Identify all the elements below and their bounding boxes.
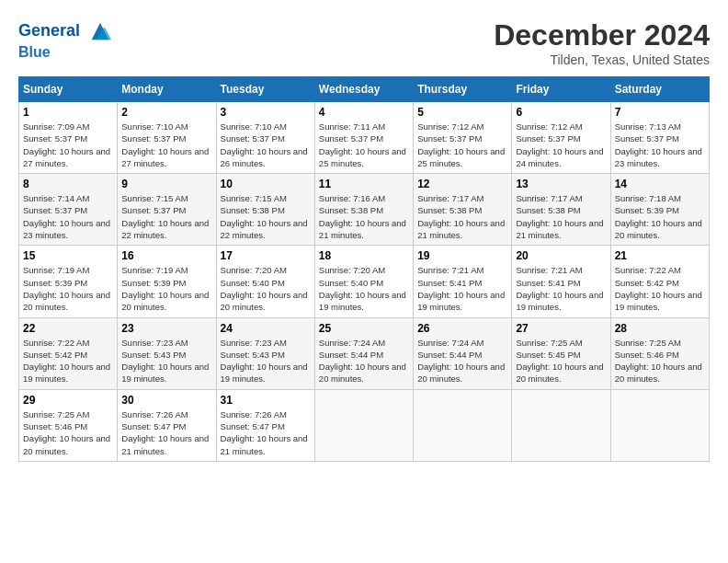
calendar-cell [414, 389, 512, 461]
day-number: 13 [516, 178, 606, 190]
logo-blue: Blue [18, 44, 113, 61]
calendar-cell [314, 389, 413, 461]
day-info: Sunrise: 7:14 AMSunset: 5:37 PMDaylight:… [23, 192, 113, 241]
header: General Blue December 2024 Tilden, Texas… [18, 18, 710, 67]
day-number: 24 [221, 322, 311, 335]
calendar-week-1: 1Sunrise: 7:09 AMSunset: 5:37 PMDaylight… [19, 102, 710, 174]
day-info: Sunrise: 7:25 AMSunset: 5:46 PMDaylight:… [615, 337, 705, 385]
day-info: Sunrise: 7:17 AMSunset: 5:38 PMDaylight:… [516, 192, 606, 241]
day-number: 26 [417, 322, 507, 335]
day-info: Sunrise: 7:10 AMSunset: 5:37 PMDaylight:… [221, 121, 311, 169]
calendar-cell: 30Sunrise: 7:26 AMSunset: 5:47 PMDayligh… [118, 389, 216, 461]
day-info: Sunrise: 7:21 AMSunset: 5:41 PMDaylight:… [516, 264, 606, 313]
title-area: December 2024 Tilden, Texas, United Stat… [494, 18, 710, 67]
calendar: SundayMondayTuesdayWednesdayThursdayFrid… [18, 76, 710, 462]
calendar-cell: 25Sunrise: 7:24 AMSunset: 5:44 PMDayligh… [314, 317, 413, 389]
day-number: 11 [319, 178, 409, 190]
day-number: 12 [417, 178, 507, 190]
calendar-cell: 12Sunrise: 7:17 AMSunset: 5:38 PMDayligh… [414, 174, 512, 246]
day-number: 2 [121, 106, 211, 119]
calendar-week-3: 15Sunrise: 7:19 AMSunset: 5:39 PMDayligh… [19, 246, 710, 317]
day-number: 18 [319, 249, 409, 262]
day-number: 5 [417, 106, 507, 119]
calendar-cell: 13Sunrise: 7:17 AMSunset: 5:38 PMDayligh… [512, 174, 610, 246]
day-number: 8 [23, 178, 113, 190]
calendar-cell: 7Sunrise: 7:13 AMSunset: 5:37 PMDaylight… [610, 102, 709, 174]
weekday-header-friday: Friday [512, 77, 610, 102]
calendar-cell: 27Sunrise: 7:25 AMSunset: 5:45 PMDayligh… [512, 317, 610, 389]
day-info: Sunrise: 7:25 AMSunset: 5:45 PMDaylight:… [516, 337, 606, 385]
calendar-cell: 9Sunrise: 7:15 AMSunset: 5:37 PMDaylight… [118, 174, 216, 246]
day-info: Sunrise: 7:20 AMSunset: 5:40 PMDaylight:… [221, 264, 311, 313]
day-info: Sunrise: 7:10 AMSunset: 5:37 PMDaylight:… [121, 121, 211, 169]
day-info: Sunrise: 7:19 AMSunset: 5:39 PMDaylight:… [23, 264, 113, 313]
logo: General Blue [18, 18, 113, 61]
calendar-cell: 16Sunrise: 7:19 AMSunset: 5:39 PMDayligh… [118, 246, 216, 317]
day-number: 4 [319, 106, 409, 119]
day-info: Sunrise: 7:15 AMSunset: 5:38 PMDaylight:… [221, 192, 311, 241]
day-info: Sunrise: 7:23 AMSunset: 5:43 PMDaylight:… [221, 337, 311, 385]
day-number: 3 [221, 106, 311, 119]
day-number: 7 [615, 106, 705, 119]
day-info: Sunrise: 7:23 AMSunset: 5:43 PMDaylight:… [121, 337, 211, 385]
calendar-cell: 23Sunrise: 7:23 AMSunset: 5:43 PMDayligh… [118, 317, 216, 389]
location-title: Tilden, Texas, United States [494, 52, 710, 67]
day-info: Sunrise: 7:24 AMSunset: 5:44 PMDaylight:… [417, 337, 507, 385]
day-info: Sunrise: 7:20 AMSunset: 5:40 PMDaylight:… [319, 264, 409, 313]
day-number: 15 [23, 249, 113, 262]
day-number: 27 [516, 322, 606, 335]
day-info: Sunrise: 7:21 AMSunset: 5:41 PMDaylight:… [417, 264, 507, 313]
calendar-cell: 21Sunrise: 7:22 AMSunset: 5:42 PMDayligh… [610, 246, 709, 317]
day-info: Sunrise: 7:19 AMSunset: 5:39 PMDaylight:… [121, 264, 211, 313]
day-number: 31 [221, 394, 311, 407]
calendar-cell [512, 389, 610, 461]
day-number: 25 [319, 322, 409, 335]
weekday-header-sunday: Sunday [19, 77, 118, 102]
calendar-cell: 22Sunrise: 7:22 AMSunset: 5:42 PMDayligh… [19, 317, 118, 389]
day-number: 21 [615, 249, 705, 262]
weekday-header-tuesday: Tuesday [216, 77, 314, 102]
calendar-cell: 2Sunrise: 7:10 AMSunset: 5:37 PMDaylight… [118, 102, 216, 174]
day-number: 14 [615, 178, 705, 190]
day-number: 19 [417, 249, 507, 262]
day-info: Sunrise: 7:26 AMSunset: 5:47 PMDaylight:… [121, 408, 211, 457]
weekday-header-monday: Monday [118, 77, 216, 102]
calendar-header-row: SundayMondayTuesdayWednesdayThursdayFrid… [19, 77, 710, 102]
calendar-cell: 20Sunrise: 7:21 AMSunset: 5:41 PMDayligh… [512, 246, 610, 317]
calendar-cell: 31Sunrise: 7:26 AMSunset: 5:47 PMDayligh… [216, 389, 314, 461]
calendar-cell: 10Sunrise: 7:15 AMSunset: 5:38 PMDayligh… [216, 174, 314, 246]
calendar-cell: 11Sunrise: 7:16 AMSunset: 5:38 PMDayligh… [314, 174, 413, 246]
day-number: 30 [121, 394, 211, 407]
calendar-cell: 26Sunrise: 7:24 AMSunset: 5:44 PMDayligh… [414, 317, 512, 389]
calendar-cell: 29Sunrise: 7:25 AMSunset: 5:46 PMDayligh… [19, 389, 118, 461]
day-number: 23 [121, 322, 211, 335]
day-number: 9 [121, 178, 211, 190]
day-number: 22 [23, 322, 113, 335]
calendar-cell: 1Sunrise: 7:09 AMSunset: 5:37 PMDaylight… [19, 102, 118, 174]
logo-general: General [18, 21, 80, 40]
calendar-week-5: 29Sunrise: 7:25 AMSunset: 5:46 PMDayligh… [19, 389, 710, 461]
day-info: Sunrise: 7:09 AMSunset: 5:37 PMDaylight:… [23, 121, 113, 169]
calendar-cell: 5Sunrise: 7:12 AMSunset: 5:37 PMDaylight… [414, 102, 512, 174]
day-number: 20 [516, 249, 606, 262]
day-info: Sunrise: 7:17 AMSunset: 5:38 PMDaylight:… [417, 192, 507, 241]
calendar-week-4: 22Sunrise: 7:22 AMSunset: 5:42 PMDayligh… [19, 317, 710, 389]
day-info: Sunrise: 7:22 AMSunset: 5:42 PMDaylight:… [615, 264, 705, 313]
calendar-cell: 8Sunrise: 7:14 AMSunset: 5:37 PMDaylight… [19, 174, 118, 246]
calendar-cell: 19Sunrise: 7:21 AMSunset: 5:41 PMDayligh… [414, 246, 512, 317]
calendar-cell: 4Sunrise: 7:11 AMSunset: 5:37 PMDaylight… [314, 102, 413, 174]
day-number: 16 [121, 249, 211, 262]
day-info: Sunrise: 7:22 AMSunset: 5:42 PMDaylight:… [23, 337, 113, 385]
day-info: Sunrise: 7:13 AMSunset: 5:37 PMDaylight:… [615, 121, 705, 169]
day-info: Sunrise: 7:11 AMSunset: 5:37 PMDaylight:… [319, 121, 409, 169]
day-info: Sunrise: 7:25 AMSunset: 5:46 PMDaylight:… [23, 408, 113, 457]
day-info: Sunrise: 7:15 AMSunset: 5:37 PMDaylight:… [121, 192, 211, 241]
day-number: 17 [221, 249, 311, 262]
day-info: Sunrise: 7:16 AMSunset: 5:38 PMDaylight:… [319, 192, 409, 241]
calendar-cell: 18Sunrise: 7:20 AMSunset: 5:40 PMDayligh… [314, 246, 413, 317]
calendar-cell: 14Sunrise: 7:18 AMSunset: 5:39 PMDayligh… [610, 174, 709, 246]
day-number: 28 [615, 322, 705, 335]
day-info: Sunrise: 7:18 AMSunset: 5:39 PMDaylight:… [615, 192, 705, 241]
calendar-cell: 15Sunrise: 7:19 AMSunset: 5:39 PMDayligh… [19, 246, 118, 317]
day-number: 6 [516, 106, 606, 119]
